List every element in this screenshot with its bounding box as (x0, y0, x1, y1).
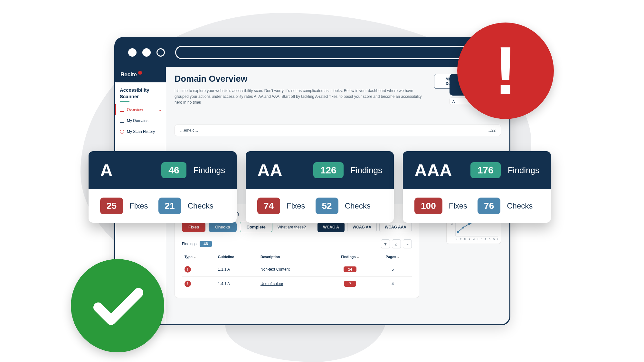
exclamation-icon: ! (494, 37, 517, 105)
tab-complete[interactable]: Complete (240, 222, 272, 232)
summary-fixes-label: Fixes (449, 201, 467, 210)
tab-checks[interactable]: Checks (209, 222, 236, 232)
domain-info-strip: …eme.c… …22 (175, 125, 501, 136)
more-icon[interactable]: ⋯ (403, 239, 412, 248)
wcag-filter-group: WCAG A WCAG AA WCAG AAA (317, 222, 412, 232)
brand-dot-icon (138, 71, 142, 75)
summary-checks-label: Checks (188, 201, 213, 210)
date-fragment: …22 (488, 128, 496, 133)
summary-card-head: AAA 176 Findings (403, 151, 551, 189)
cell-guideline: 1.4.1 A (215, 277, 258, 291)
findings-count-label: Findings (182, 242, 196, 246)
sidebar-item-history[interactable]: My Scan History (115, 126, 166, 137)
sidebar-item-label: My Domains (127, 118, 148, 123)
table-row[interactable]: ! 1.1.1 A Non-text Content 14 5 (182, 262, 412, 277)
findings-table: Type⌄ Guideline Description Findings⌄ Pa… (182, 252, 412, 291)
findings-filter-row: Fixes Checks Complete What are these? WC… (182, 222, 412, 232)
summary-card-aa: AA 126 Findings 74 Fixes 52 Checks (246, 151, 394, 223)
cell-pages: 4 (374, 277, 412, 291)
findings-count-badge: 46 (200, 241, 212, 247)
wcag-aa-button[interactable]: WCAG AA (347, 222, 377, 232)
alert-badge: ! (457, 23, 554, 119)
table-toolbar: ▼ ⌕ ⋯ (381, 239, 412, 248)
summary-checks-label: Checks (507, 201, 533, 210)
domains-icon (120, 119, 124, 123)
filter-icon[interactable]: ▼ (381, 239, 390, 248)
findings-count-row: Findings 46 ▼ ⌕ ⋯ (182, 239, 412, 248)
summary-level: A (100, 160, 154, 180)
score-level-label: A (452, 99, 455, 103)
summary-findings-count: 176 (470, 162, 501, 178)
tab-fixes[interactable]: Fixes (182, 222, 205, 232)
svg-point-3 (462, 227, 464, 228)
window-dot[interactable] (156, 48, 165, 57)
what-are-these-link[interactable]: What are these? (278, 225, 306, 229)
summary-checks-label: Checks (345, 201, 371, 210)
summary-fixes-count: 74 (257, 198, 280, 214)
col-guideline[interactable]: Guideline (215, 252, 258, 262)
brand-logo: Recite (115, 67, 166, 82)
col-findings[interactable]: Findings⌄ (327, 252, 374, 262)
summary-findings-label: Findings (194, 165, 225, 175)
summary-card-a: A 46 Findings 25 Fixes 21 Checks (89, 151, 237, 223)
sidebar-item-overview[interactable]: Overview ⌄ (115, 104, 166, 115)
success-badge (71, 259, 164, 352)
summary-findings-label: Findings (508, 165, 539, 175)
svg-point-2 (457, 231, 459, 233)
sidebar-title: Accessibility Scanner (115, 82, 166, 104)
domain-fragment: …eme.c… (180, 128, 198, 133)
col-type[interactable]: Type⌄ (182, 252, 215, 262)
window-dot[interactable] (142, 48, 151, 57)
summary-card-head: AA 126 Findings (246, 151, 394, 189)
summary-checks-count: 21 (158, 198, 181, 214)
summary-card-aaa: AAA 176 Findings 100 Fixes 76 Checks (403, 151, 551, 223)
checkmark-icon (90, 283, 145, 328)
cell-description-link[interactable]: Use of colour (260, 282, 283, 286)
cell-findings-badge: 7 (344, 281, 356, 287)
search-icon[interactable]: ⌕ (392, 239, 401, 248)
error-icon: ! (185, 281, 191, 287)
summary-cards-row: A 46 Findings 25 Fixes 21 Checks AA 126 … (89, 151, 551, 223)
summary-fixes-label: Fixes (129, 201, 148, 210)
summary-card-body: 25 Fixes 21 Checks (89, 189, 237, 223)
page-title: Domain Overview (175, 74, 428, 84)
summary-checks-count: 52 (316, 198, 338, 214)
col-pages[interactable]: Pages⌄ (374, 252, 412, 262)
window-dot[interactable] (128, 48, 137, 57)
browser-title-bar (115, 38, 509, 67)
summary-card-head: A 46 Findings (89, 151, 237, 189)
col-description[interactable]: Description (258, 252, 327, 262)
sidebar-item-domains[interactable]: My Domains (115, 115, 166, 126)
summary-fixes-count: 25 (100, 198, 123, 214)
overview-icon (120, 108, 124, 112)
cell-description-link[interactable]: Non-text Content (260, 267, 290, 272)
summary-checks-count: 76 (478, 198, 500, 214)
cell-findings-badge: 14 (344, 266, 356, 272)
summary-findings-count: 46 (161, 162, 186, 178)
wcag-aaa-button[interactable]: WCAG AAA (379, 222, 412, 232)
sidebar-item-label: Overview (127, 107, 143, 112)
window-controls (128, 48, 165, 57)
intro-text: It's time to explore your website's acce… (175, 88, 428, 105)
history-icon (120, 130, 124, 134)
cell-pages: 5 (374, 262, 412, 277)
sidebar-item-label: My Scan History (127, 129, 155, 134)
summary-findings-count: 126 (313, 162, 344, 178)
summary-level: AAA (414, 160, 463, 180)
brand-text: Recite (120, 71, 137, 78)
summary-fixes-label: Fixes (287, 201, 305, 210)
error-icon: ! (185, 266, 191, 273)
summary-card-body: 100 Fixes 76 Checks (403, 189, 551, 223)
chart-y-label: A (451, 222, 453, 226)
summary-findings-label: Findings (351, 165, 382, 175)
summary-card-body: 74 Fixes 52 Checks (246, 189, 394, 223)
svg-point-4 (468, 223, 470, 225)
cell-guideline: 1.1.1 A (215, 262, 258, 277)
wcag-a-button[interactable]: WCAG A (317, 222, 345, 232)
chevron-down-icon: ⌄ (159, 108, 161, 112)
table-row[interactable]: ! 1.4.1 A Use of colour 7 4 (182, 277, 412, 291)
summary-fixes-count: 100 (414, 198, 442, 214)
url-bar[interactable] (175, 46, 497, 59)
summary-level: AA (257, 160, 306, 180)
chart-x-labels: J F M A M J J A S O N D (456, 238, 498, 240)
